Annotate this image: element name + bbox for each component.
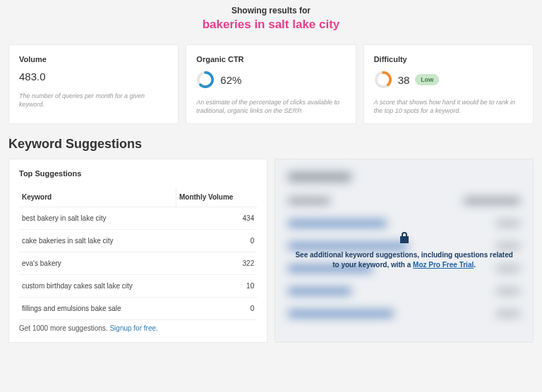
col-volume: Monthly Volume	[176, 188, 257, 207]
ctr-donut-icon	[196, 71, 215, 89]
locked-suggestions-panel: See additional keyword suggestions, incl…	[275, 159, 534, 343]
table-row: custom birthday cakes salt lake city10	[19, 275, 257, 298]
ctr-title: Organic CTR	[196, 55, 345, 63]
cta-text: Get 1000 more suggestions.	[19, 324, 109, 332]
lock-text: See additional keyword suggestions, incl…	[295, 250, 513, 270]
difficulty-card: Difficulty 38 Low A score that shows how…	[363, 44, 534, 124]
volume-cell: 434	[176, 207, 257, 230]
volume-cell: 322	[176, 252, 257, 275]
keyword-cell: fillings and emulsions bake sale	[19, 298, 176, 320]
ctr-value: 62%	[220, 74, 241, 86]
ctr-desc: An estimate of the percentage of clicks …	[196, 99, 345, 115]
results-label: Showing results for	[0, 6, 542, 16]
col-keyword: Keyword	[19, 188, 176, 207]
results-header: Showing results for bakeries in salt lak…	[0, 0, 542, 44]
volume-cell: 0	[176, 298, 257, 320]
results-query: bakeries in salt lake city	[0, 18, 542, 32]
top-suggestions-title: Top Suggestions	[19, 169, 257, 178]
difficulty-title: Difficulty	[374, 55, 523, 63]
difficulty-donut-icon	[374, 71, 392, 89]
suggestions-heading: Keyword Suggestions	[0, 124, 542, 159]
difficulty-desc: A score that shows how hard it would be …	[374, 99, 523, 115]
ctr-card: Organic CTR 62% An estimate of the perce…	[186, 44, 356, 124]
table-row: fillings and emulsions bake sale0	[19, 298, 257, 320]
trial-link[interactable]: Moz Pro Free Trial	[413, 261, 474, 269]
signup-link[interactable]: Signup for free.	[109, 324, 157, 332]
keyword-cell: best bakery in salt lake city	[19, 207, 176, 230]
suggestions-table: Keyword Monthly Volume best bakery in sa…	[19, 188, 257, 320]
keyword-cell: eva's bakery	[19, 252, 176, 275]
keyword-cell: cake bakeries in salt lake city	[19, 230, 176, 252]
table-row: best bakery in salt lake city434	[19, 207, 257, 230]
lock-icon	[399, 232, 409, 246]
table-row: cake bakeries in salt lake city0	[19, 230, 257, 252]
lock-overlay: See additional keyword suggestions, incl…	[275, 159, 533, 342]
metrics-row: Volume 483.0 The number of queries per m…	[0, 44, 542, 124]
volume-value: 483.0	[19, 71, 168, 82]
keyword-cell: custom birthday cakes salt lake city	[19, 275, 176, 298]
volume-card: Volume 483.0 The number of queries per m…	[8, 44, 179, 124]
top-suggestions-panel: Top Suggestions Keyword Monthly Volume b…	[8, 159, 267, 343]
difficulty-pill: Low	[415, 74, 439, 85]
volume-desc: The number of queries per month for a gi…	[19, 92, 168, 109]
suggestions-cta: Get 1000 more suggestions. Signup for fr…	[19, 324, 257, 332]
volume-cell: 10	[176, 275, 257, 298]
difficulty-value: 38	[398, 74, 410, 86]
table-row: eva's bakery322	[19, 252, 257, 275]
volume-cell: 0	[176, 230, 257, 252]
volume-title: Volume	[19, 55, 168, 63]
